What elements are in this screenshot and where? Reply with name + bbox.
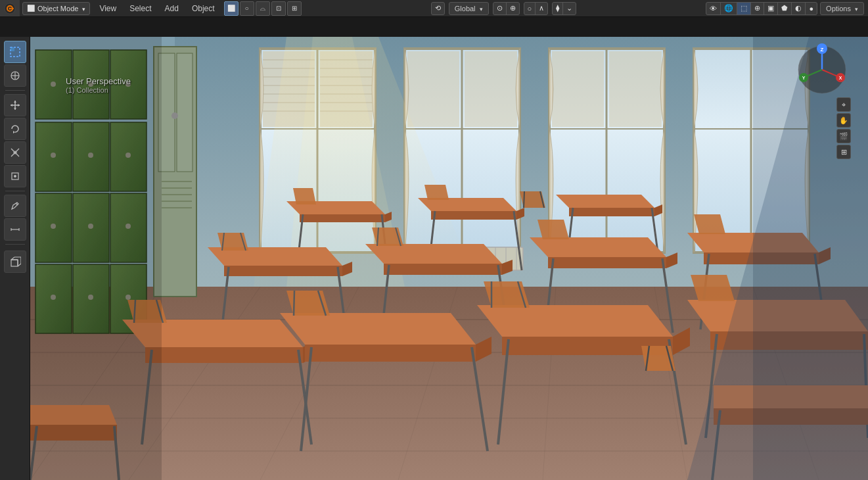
tool-rotate[interactable] — [4, 118, 26, 140]
tool-annotate[interactable] — [4, 195, 26, 217]
mode-label: Object Mode — [37, 5, 78, 12]
svg-marker-125 — [293, 188, 316, 204]
tool-separator-1 — [5, 90, 25, 91]
menu-object[interactable]: Object — [185, 0, 221, 16]
svg-marker-198 — [714, 385, 868, 408]
svg-marker-133 — [569, 208, 654, 216]
global-label: Global — [455, 5, 476, 12]
viewport-xray-icon[interactable]: ▣ — [764, 3, 778, 14]
snap-group-2: ⧫ ⌄ — [552, 2, 576, 15]
menu-select[interactable]: Select — [123, 0, 158, 16]
viewport-gizmo[interactable]: Z X Y ⌖ ✋ 🎬 ⊞ — [796, 43, 848, 96]
viewport-info: User Perspective (1) Collection — [66, 76, 131, 94]
global-selector[interactable]: Global — [449, 2, 489, 15]
menu-add[interactable]: Add — [158, 0, 185, 16]
tool-measure[interactable] — [4, 218, 26, 241]
tool-separator-3 — [5, 244, 25, 245]
viewport-gizmo-icon[interactable]: ⊕ — [751, 3, 764, 14]
gizmo-y-label: Y — [802, 76, 806, 80]
svg-marker-194 — [30, 405, 117, 425]
svg-point-59 — [51, 224, 56, 229]
header-center: ⟲ Global ⊙ ⊕ ○ ∧ ⧫ ⌄ — [302, 2, 706, 15]
svg-point-63 — [88, 295, 93, 300]
gizmo-controls: ⌖ ✋ 🎬 ⊞ — [836, 97, 851, 159]
viewport-controls: 👁 🌐 ⬚ ⊕ ▣ ⬟ ◐ ● — [706, 2, 817, 15]
svg-marker-11 — [11, 104, 12, 107]
svg-marker-13 — [13, 131, 15, 133]
svg-rect-23 — [11, 260, 18, 266]
svg-marker-146 — [384, 264, 502, 275]
tool-separator-2 — [5, 191, 25, 191]
viewport-shading-icon[interactable]: ⬟ — [778, 3, 792, 14]
tool-cursor[interactable] — [4, 64, 26, 87]
zoom-to-fit-btn[interactable]: ⌖ — [836, 97, 851, 112]
mode-chevron — [81, 4, 85, 13]
snap-magnet-icon[interactable]: ⧫ — [553, 3, 563, 14]
pan-btn[interactable]: ✋ — [836, 113, 851, 128]
select-box-icon[interactable]: ⬜ — [224, 1, 239, 16]
main-viewport[interactable]: User Perspective (1) Collection Z X Y ⌖ … — [30, 37, 868, 480]
proportional-group: ○ ∧ — [524, 2, 549, 15]
menu-left: ⬜ Object Mode View Select Add Object — [0, 0, 221, 16]
svg-line-202 — [524, 191, 524, 208]
select-lasso-icon[interactable]: ⌓ — [256, 1, 270, 16]
pivot2-icon[interactable]: ⊕ — [507, 3, 519, 14]
svg-point-62 — [51, 295, 56, 300]
svg-marker-127 — [431, 211, 516, 220]
tool-transform[interactable] — [4, 165, 26, 187]
blender-logo-btn[interactable] — [0, 0, 20, 16]
perspective-label: User Perspective — [66, 76, 131, 86]
svg-point-57 — [88, 153, 93, 158]
svg-marker-12 — [18, 104, 20, 107]
proportional-type-icon[interactable]: ∧ — [536, 3, 547, 14]
svg-marker-154 — [548, 257, 666, 268]
svg-marker-195 — [30, 425, 117, 441]
pivot-icon[interactable]: ⊙ — [493, 3, 507, 14]
viewport-display-icon[interactable]: 👁 — [706, 3, 721, 14]
proportional-edit-icon[interactable]: ○ — [524, 3, 536, 14]
menu-view[interactable]: View — [93, 0, 123, 16]
svg-marker-159 — [687, 233, 819, 252]
tool-select-box[interactable] — [4, 41, 26, 63]
svg-line-179 — [294, 291, 294, 316]
gizmo-z-label: Z — [821, 47, 824, 53]
tool-move[interactable] — [4, 94, 26, 116]
svg-rect-5 — [11, 47, 14, 51]
gizmo-x-label: X — [839, 76, 842, 80]
svg-marker-145 — [365, 244, 502, 264]
svg-marker-138 — [224, 266, 342, 276]
svg-marker-174 — [305, 345, 476, 362]
svg-rect-66 — [158, 53, 175, 172]
snap-options-icon[interactable]: ⌄ — [563, 3, 576, 14]
svg-marker-132 — [556, 195, 654, 208]
svg-marker-170 — [127, 300, 167, 323]
viewport-shading3-icon[interactable]: ● — [806, 3, 817, 14]
tool-add-cube[interactable] — [4, 251, 26, 273]
svg-marker-153 — [530, 237, 666, 257]
global-chevron — [478, 5, 483, 12]
svg-marker-166 — [145, 347, 303, 363]
tool-scale[interactable] — [4, 141, 26, 164]
camera-btn[interactable]: 🎬 — [836, 129, 851, 143]
collection-label: (1) Collection — [66, 86, 131, 94]
viewport-shading2-icon[interactable]: ◐ — [792, 3, 806, 14]
svg-marker-10 — [14, 108, 16, 110]
ortho-btn[interactable]: ⊞ — [836, 145, 851, 159]
svg-marker-131 — [424, 185, 449, 200]
svg-marker-9 — [14, 101, 16, 103]
object-mode-selector[interactable]: ⬜ Object Mode — [22, 2, 90, 15]
options-button[interactable]: Options — [820, 2, 864, 15]
viewport-overlay-icon[interactable]: ⬚ — [737, 3, 751, 14]
viewport-render-icon[interactable]: 🌐 — [721, 3, 737, 14]
svg-point-3 — [9, 7, 11, 9]
svg-marker-158 — [537, 220, 569, 239]
header-right: 👁 🌐 ⬚ ⊕ ▣ ⬟ ◐ ● Options — [706, 2, 868, 15]
select-extra2-icon[interactable]: ⊞ — [287, 1, 302, 16]
select-circle-icon[interactable]: ○ — [240, 1, 254, 16]
svg-rect-67 — [177, 53, 193, 172]
svg-marker-186 — [484, 281, 530, 308]
snap-icon[interactable]: ⟲ — [432, 3, 444, 14]
svg-marker-199 — [714, 408, 868, 425]
select-extra-icon[interactable]: ⊡ — [271, 1, 286, 16]
options-chevron — [854, 5, 858, 12]
